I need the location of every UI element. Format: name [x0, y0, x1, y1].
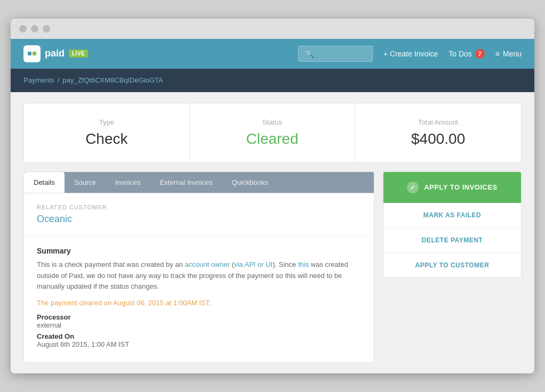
todos-badge: 7: [475, 49, 485, 59]
amount-value: $400.00: [366, 130, 510, 148]
breadcrumb-current: pay_ZfQt6CXM8CBqIDeGioGTA: [62, 76, 163, 84]
customer-name[interactable]: Oceanic: [37, 214, 361, 225]
related-customer-section: RELATED CUSTOMER Oceanic: [24, 193, 374, 236]
window-dot-1: [19, 25, 27, 32]
search-icon: 🔍: [305, 50, 314, 58]
breadcrumb-bar: Payments / pay_ZfQt6CXM8CBqIDeGioGTA: [11, 69, 534, 92]
logo-icon: [23, 45, 41, 62]
processor-label: Processor: [37, 313, 361, 321]
search-box[interactable]: 🔍: [298, 46, 373, 62]
created-on-value: August 6th 2015, 1:00 AM IST: [37, 340, 361, 348]
app-window: paid LIVE 🔍 + Create Invoice To Dos 7 ≡ …: [11, 19, 534, 373]
window-dot-3: [43, 25, 50, 32]
svg-rect-1: [33, 52, 36, 55]
window-dot-2: [31, 25, 38, 32]
tabs-container: Details Source Invoices External Invoice…: [23, 172, 374, 363]
header: paid LIVE 🔍 + Create Invoice To Dos 7 ≡ …: [11, 39, 534, 69]
status-label: Status: [201, 118, 344, 126]
live-badge: LIVE: [69, 50, 88, 58]
logo-text: paid: [45, 48, 65, 59]
created-on-label: Created On: [37, 332, 361, 340]
apply-to-customer-button[interactable]: APPLY TO CUSTOMER: [383, 253, 521, 277]
api-ui-link[interactable]: via API or UI: [234, 260, 272, 268]
summary-cards: Type Check Status Cleared Total Amount $…: [23, 103, 522, 163]
tab-content: RELATED CUSTOMER Oceanic Summary This is…: [24, 193, 374, 362]
todos-label: To Dos: [448, 50, 472, 58]
breadcrumb-parent[interactable]: Payments: [23, 76, 54, 84]
window-chrome: [11, 19, 534, 39]
header-actions: + Create Invoice To Dos 7 ≡ Menu: [383, 49, 522, 59]
main-content: Type Check Status Cleared Total Amount $…: [11, 92, 534, 373]
type-value: Check: [35, 130, 179, 148]
checkmark-icon: ✓: [407, 182, 419, 193]
type-card: Type Check: [24, 103, 190, 162]
create-invoice-button[interactable]: + Create Invoice: [383, 50, 438, 58]
svg-rect-0: [28, 52, 31, 55]
menu-button[interactable]: ≡ Menu: [495, 50, 522, 58]
created-on-row: Created On August 6th 2015, 1:00 AM IST: [37, 332, 361, 348]
processor-value: external: [37, 321, 361, 329]
sidebar-panel: ✓ APPLY TO INVOICES MARK AS FAILED DELET…: [383, 172, 522, 278]
tab-source[interactable]: Source: [65, 172, 106, 193]
tab-invoices[interactable]: Invoices: [106, 172, 150, 193]
apply-invoices-label: APPLY TO INVOICES: [424, 183, 498, 191]
amount-label: Total Amount: [366, 118, 510, 126]
mark-as-failed-button[interactable]: MARK AS FAILED: [383, 203, 521, 228]
account-owner-link[interactable]: account owner: [185, 260, 230, 268]
logo-svg: [27, 48, 37, 59]
status-value: Cleared: [201, 130, 344, 148]
todos-button[interactable]: To Dos 7: [448, 49, 485, 59]
details-section: Summary This is a check payment that was…: [24, 236, 374, 362]
menu-icon: ≡: [495, 50, 500, 58]
amount-card: Total Amount $400.00: [355, 103, 521, 162]
processor-row: Processor external: [37, 313, 361, 329]
cleared-text: The payment cleared on August 06, 2015 a…: [37, 299, 361, 307]
related-customer-label: RELATED CUSTOMER: [37, 204, 361, 210]
delete-payment-button[interactable]: DELETE PAYMENT: [383, 228, 521, 253]
tabs-bar: Details Source Invoices External Invoice…: [24, 172, 374, 193]
tab-details[interactable]: Details: [24, 172, 65, 193]
lower-section: Details Source Invoices External Invoice…: [23, 172, 522, 363]
breadcrumb-separator: /: [58, 76, 60, 84]
menu-label: Menu: [503, 50, 522, 58]
apply-invoices-button[interactable]: ✓ APPLY TO INVOICES: [383, 172, 521, 203]
logo-area: paid LIVE: [23, 45, 88, 62]
tab-quickbooks[interactable]: Quickbooks: [222, 172, 278, 193]
sidebar-actions: MARK AS FAILED DELETE PAYMENT APPLY TO C…: [383, 203, 521, 277]
summary-text: This is a check payment that was created…: [37, 259, 361, 292]
this-link[interactable]: this: [298, 260, 309, 268]
status-card: Status Cleared: [190, 103, 356, 162]
tab-external-invoices[interactable]: External Invoices: [150, 172, 222, 193]
summary-heading: Summary: [37, 247, 361, 255]
type-label: Type: [35, 118, 179, 126]
